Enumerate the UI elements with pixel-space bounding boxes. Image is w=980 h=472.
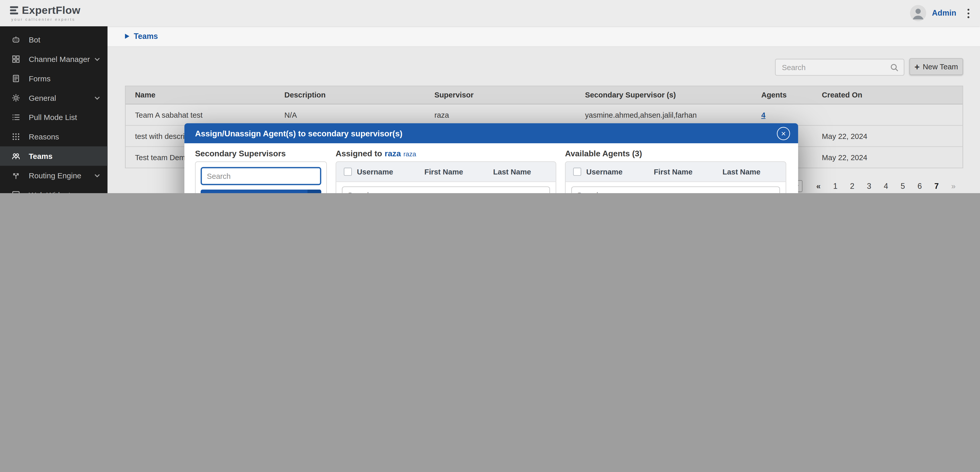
sidebar-item-channel-manager[interactable]: Channel Manager	[0, 49, 108, 69]
column-created-on: Created On	[813, 91, 963, 99]
channel-manager-icon	[11, 54, 21, 64]
avatar[interactable]	[910, 5, 926, 21]
chevron-down-icon	[94, 57, 100, 61]
search-icon[interactable]	[890, 63, 899, 72]
team-search-input[interactable]	[775, 63, 890, 72]
assigned-agents-panel: Assigned to raza raza Username First Nam…	[336, 149, 556, 193]
supervisor-item-raza[interactable]: raza raza 0	[200, 190, 321, 193]
expertflow-logo-icon	[10, 6, 18, 14]
available-agents-panel: Available Agents (3) Username First Name…	[565, 149, 786, 193]
supervisors-panel-title: Secondary Supervisors	[195, 149, 327, 159]
assign-agents-modal: Assign/Unassign Agent(s) to secondary su…	[184, 123, 798, 193]
app-root: ExpertFlow your callcenter experts Admin…	[0, 0, 980, 193]
pagination-page-3[interactable]: 3	[862, 180, 876, 192]
header-right: Admin	[910, 5, 970, 21]
gear-icon	[11, 93, 21, 103]
sidebar-item-reasons[interactable]: Reasons	[0, 127, 108, 146]
logo-text: ExpertFlow	[22, 5, 81, 16]
teams-icon	[11, 151, 21, 161]
pagination-page-1[interactable]: 1	[828, 180, 843, 192]
assigned-count-badge: 0	[307, 190, 321, 193]
column-description: Description	[275, 91, 425, 99]
sidebar-item-general[interactable]: General	[0, 88, 108, 108]
routing-engine-icon	[11, 171, 21, 180]
sidebar-item-teams[interactable]: Teams	[0, 146, 108, 166]
pagination-prev[interactable]: «	[811, 180, 826, 192]
app-header: ExpertFlow your callcenter experts Admin	[0, 0, 980, 26]
logo-tagline: your callcenter experts	[11, 17, 80, 21]
expertflow-logo: ExpertFlow your callcenter experts	[10, 5, 80, 21]
assigned-search-input[interactable]	[342, 187, 550, 193]
column-name: Name	[126, 91, 275, 99]
kebab-menu-icon[interactable]	[967, 8, 970, 19]
agents-count-link[interactable]: 4	[761, 110, 765, 119]
chevron-down-icon	[94, 174, 100, 177]
sidebar-item-web-widget[interactable]: Web Widget	[0, 185, 108, 193]
reasons-icon	[11, 132, 21, 142]
breadcrumb-arrow-icon	[125, 34, 129, 39]
breadcrumb: Teams	[108, 26, 980, 47]
select-all-checkbox[interactable]	[344, 167, 352, 176]
assigned-grid-header: Username First Name Last Name	[336, 162, 555, 182]
assigned-panel-title: Assigned to raza raza	[336, 149, 556, 159]
breadcrumb-current[interactable]: Teams	[134, 32, 158, 41]
pagination-page-7[interactable]: 7	[929, 180, 944, 192]
pagination-next[interactable]: »	[946, 180, 961, 192]
available-search-input[interactable]	[571, 187, 780, 193]
pull-mode-list-icon	[11, 113, 21, 122]
new-team-label: New Team	[923, 62, 958, 71]
pagination-page-2[interactable]: 2	[845, 180, 859, 192]
modal-header: Assign/Unassign Agent(s) to secondary su…	[184, 123, 798, 143]
secondary-supervisors-panel: Secondary Supervisors raza raza 0 ahsen.…	[195, 149, 327, 193]
new-team-button[interactable]: + New Team	[910, 58, 963, 75]
column-agents: Agents	[752, 91, 813, 99]
web-widget-icon	[11, 190, 21, 193]
chevron-down-icon	[94, 96, 100, 100]
team-search	[775, 59, 904, 76]
column-secondary-supervisors: Secondary Supervisor (s)	[576, 91, 752, 99]
pagination-page-4[interactable]: 4	[879, 180, 893, 192]
available-grid-header: Username First Name Last Name	[566, 162, 786, 182]
modal-body: Secondary Supervisors raza raza 0 ahsen.…	[184, 143, 798, 193]
sidebar-item-bot[interactable]: Bot	[0, 30, 108, 49]
modal-title: Assign/Unassign Agent(s) to secondary su…	[195, 128, 402, 138]
available-panel-title: Available Agents (3)	[565, 149, 786, 159]
close-button[interactable]: ×	[777, 127, 790, 140]
table-row[interactable]: Team A sabahat test N/A raza yasmine.ahm…	[126, 104, 963, 126]
user-name: Admin	[932, 9, 956, 18]
sidebar-item-routing-engine[interactable]: Routing Engine	[0, 166, 108, 185]
select-all-checkbox[interactable]	[573, 167, 581, 176]
pagination-page-5[interactable]: 5	[896, 180, 910, 192]
supervisor-search-input[interactable]	[200, 167, 321, 185]
sidebar: Bot Channel Manager Forms General Pull M…	[0, 26, 108, 193]
plus-icon: +	[915, 62, 920, 71]
column-supervisor: Supervisor	[425, 91, 576, 99]
forms-icon	[11, 74, 21, 83]
pagination: 5 « 1 2 3 4 5 6 7 »	[782, 180, 961, 192]
teams-table-header: Name Description Supervisor Secondary Su…	[126, 86, 963, 104]
pagination-page-6[interactable]: 6	[913, 180, 927, 192]
sidebar-item-pull-mode-list[interactable]: Pull Mode List	[0, 108, 108, 127]
close-icon: ×	[781, 129, 786, 137]
sidebar-item-forms[interactable]: Forms	[0, 69, 108, 88]
bot-icon	[11, 35, 21, 45]
